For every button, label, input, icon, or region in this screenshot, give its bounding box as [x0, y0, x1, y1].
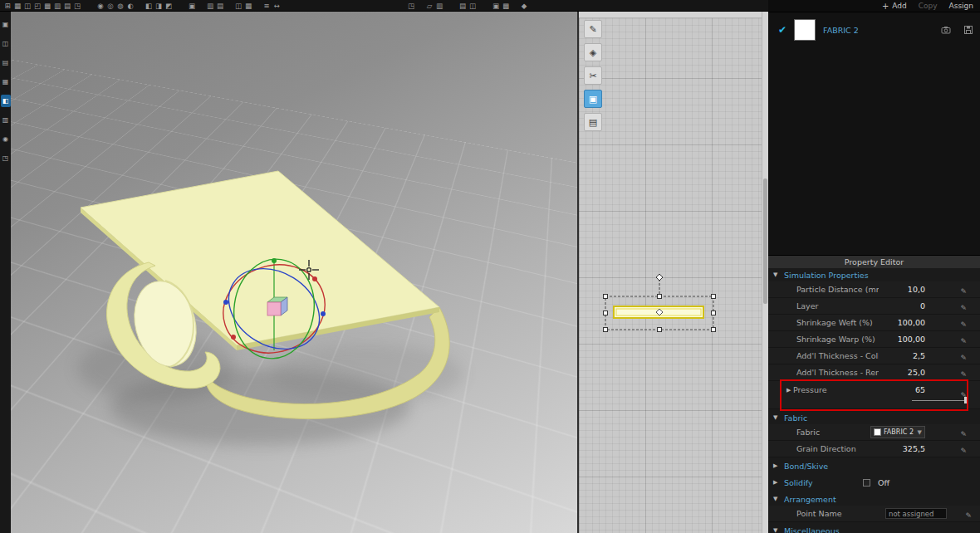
layer-value[interactable]: 0 [879, 301, 925, 311]
save-icon[interactable] [963, 25, 973, 35]
orbit-tool-icon[interactable]: ◐ [125, 1, 135, 11]
info-tab-icon[interactable]: ◳ [1, 152, 11, 164]
sphere-tool-icon[interactable]: ◉ [96, 1, 105, 11]
chevron-down-icon: ▼ [918, 429, 922, 436]
copy-button[interactable]: Copy [919, 2, 938, 10]
pin-icon[interactable]: ✎ [960, 337, 967, 345]
pin-icon[interactable]: ✎ [960, 447, 967, 455]
rows-view-icon[interactable]: ▤ [215, 1, 225, 11]
property-row: Shrinkage Warp (%) 100,00 ✎ [768, 331, 980, 348]
camera-tab-icon[interactable]: ◉ [1, 133, 11, 145]
layout-view-icon[interactable]: ▦ [243, 1, 253, 11]
cloth-tab-icon[interactable]: ▤ [1, 56, 11, 69]
add-icon: + [882, 2, 889, 11]
pin-icon[interactable]: ✎ [960, 370, 967, 379]
resize-view-icon[interactable]: ↔ [272, 1, 282, 11]
colorway-tab-icon[interactable]: ▥ [1, 114, 11, 126]
fabric-dropdown[interactable]: FABRIC 2 ▼ [870, 426, 925, 438]
check-icon: ✔ [778, 24, 786, 36]
3d-viewport[interactable] [11, 12, 577, 533]
section-fabric[interactable]: ▼ Fabric [768, 411, 980, 424]
info-2d-icon[interactable]: ◆ [519, 1, 529, 11]
panel-b-icon[interactable]: ◨ [154, 1, 164, 11]
solidify-checkbox[interactable] [863, 479, 870, 487]
solidify-state: Off [875, 478, 921, 487]
shrinkage-warp-value[interactable]: 100,00 [879, 335, 925, 344]
avatar-tab-icon[interactable]: ◫ [1, 37, 11, 50]
property-row: Point Name not assigned ✎ [768, 506, 980, 522]
thickness-rendering-value[interactable]: 25,0 [879, 368, 925, 377]
particle-distance-value[interactable]: 10,0 [879, 285, 925, 294]
pin-icon[interactable]: ✎ [960, 320, 967, 329]
thickness-collision-value[interactable]: 2,5 [879, 351, 925, 360]
assign-button[interactable]: Assign [949, 2, 973, 10]
pin-icon[interactable]: ✎ [960, 287, 967, 296]
split-view-icon[interactable]: ◫ [233, 1, 243, 11]
pressure-value[interactable]: 65 [879, 385, 925, 394]
note-tool-icon[interactable]: ▣ [187, 1, 197, 11]
property-row: Particle Distance (mm) 10,0 ✎ [768, 281, 980, 298]
transform-2d-icon[interactable]: ◳ [406, 1, 416, 11]
property-row: Shrinkage Weft (%) 100,00 ✎ [768, 315, 980, 331]
chevron-down-icon: ▼ [773, 414, 780, 421]
pin-icon[interactable]: ✎ [960, 304, 967, 312]
layers-tab-icon[interactable]: ▦ [1, 76, 11, 88]
shrinkage-weft-value[interactable]: 100,00 [879, 318, 925, 327]
fabric-swatch[interactable] [794, 19, 816, 41]
chevron-down-icon: ▼ [773, 527, 780, 533]
property-row: Grain Direction 325,5 ✎ [768, 441, 980, 457]
app-window: ⊞ ▦ ◫ ◰ ▩ ▥ ▤ ◳ ◉ ◎ ◍ ◐ ◧ ◨ ◩ ▣ ▥ ▤ ◫ ▦ … [0, 0, 980, 533]
section-solidify[interactable]: ▶ Solidify Off [768, 474, 980, 491]
layout-tool-icon[interactable]: ▤ [62, 1, 72, 11]
arrange-view-icon[interactable]: ≡ [262, 1, 272, 11]
fabric-dropdown-swatch [874, 428, 881, 436]
chevron-down-icon: ▼ [773, 271, 780, 278]
panel-2d-icon[interactable]: ▥ [434, 1, 444, 11]
pin-icon[interactable]: ✎ [960, 430, 967, 438]
grade-2d-icon[interactable]: ▤ [458, 1, 468, 11]
add-button[interactable]: Add [892, 2, 906, 10]
section-miscellaneous[interactable]: ▼ Miscellaneous [768, 524, 980, 533]
fabric-list-item[interactable]: ✔ FABRIC 2 [778, 17, 973, 43]
property-row: Add'l Thickness - Collision (mm 2,5 ✎ [768, 348, 980, 364]
property-row: Add'l Thickness - Rendering (n 25,0 ✎ [768, 364, 980, 381]
columns-2d-icon[interactable]: ◫ [468, 1, 478, 11]
section-simulation-properties[interactable]: ▼ Simulation Properties [768, 268, 980, 281]
object-browser-header: + Add Copy Assign [768, 0, 980, 12]
camera-icon[interactable] [941, 25, 951, 35]
pattern-tool-icon[interactable]: ▦ [12, 1, 22, 11]
pattern-piece-layer [579, 12, 768, 533]
dot-grid-tool-icon[interactable]: ▥ [52, 1, 62, 11]
chevron-down-icon: ▼ [773, 496, 780, 502]
grid-tool-icon[interactable]: ⊞ [2, 1, 12, 11]
grain-direction-value[interactable]: 325,5 [879, 444, 925, 453]
pressure-row: ▶ Pressure 65 ✎ [768, 381, 980, 409]
pin-icon[interactable]: ✎ [960, 354, 967, 362]
target-tool-icon[interactable]: ◍ [115, 1, 125, 11]
section-arrangement[interactable]: ▼ Arrangement [768, 492, 980, 506]
2d-pattern-window[interactable]: ✎ ◈ ✂ ▣ ▤ [577, 12, 768, 533]
columns-view-icon[interactable]: ▥ [205, 1, 215, 11]
edit-2d-icon[interactable]: ▱ [424, 1, 434, 11]
panel-c-icon[interactable]: ◩ [164, 1, 174, 11]
right-panel: + Add Copy Assign ✔ FABRIC 2 Property Ed… [768, 0, 980, 533]
ring-tool-icon[interactable]: ◎ [105, 1, 115, 11]
arrangement-point[interactable] [656, 274, 663, 281]
swap-tool-icon[interactable]: ◳ [72, 1, 82, 11]
pin-icon[interactable]: ✎ [965, 511, 972, 520]
section-bond-skive[interactable]: ▶ Bond/Skive [768, 459, 980, 472]
3d-scene [11, 12, 577, 533]
point-name-input[interactable]: not assigned [885, 508, 947, 519]
left-toolbar: ▣ ◫ ▤ ▦ ◧ ▥ ◉ ◳ [0, 12, 11, 533]
checker-tool-icon[interactable]: ▩ [42, 1, 52, 11]
panel-a-icon[interactable]: ◧ [144, 1, 154, 11]
simulate-tab-icon[interactable]: ◧ [1, 95, 11, 107]
measure-2d-icon[interactable]: ▣ [491, 1, 501, 11]
mirror-tool-icon[interactable]: ◫ [22, 1, 32, 11]
fabric-item-name[interactable]: FABRIC 2 [823, 26, 859, 35]
sync-tool-icon[interactable]: ◰ [32, 1, 42, 11]
pressure-slider[interactable] [912, 397, 967, 403]
scene-tab-icon[interactable]: ▣ [1, 18, 11, 31]
texture-2d-icon[interactable]: ▩ [501, 1, 511, 11]
chevron-right-icon[interactable]: ▶ [786, 387, 793, 394]
